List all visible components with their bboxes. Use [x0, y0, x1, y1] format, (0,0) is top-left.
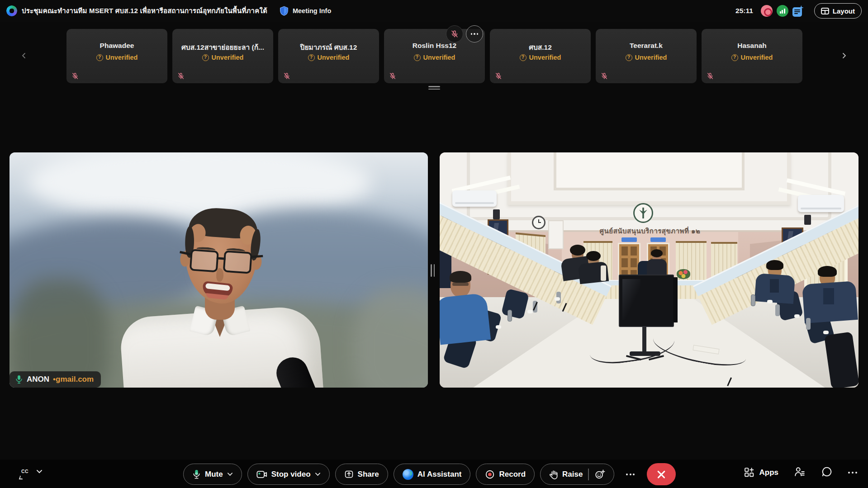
- unverified-question-icon: ?: [520, 54, 526, 61]
- panel-controls: Apps: [744, 466, 858, 479]
- control-bar: CC Mute: [0, 460, 868, 488]
- muted-mic-icon: [389, 72, 396, 80]
- share-label: Share: [358, 470, 379, 479]
- main-video-speaker[interactable]: ANON •gmail.com: [9, 152, 428, 388]
- more-options-button[interactable]: [620, 464, 641, 485]
- muted-mic-icon: [451, 30, 459, 38]
- speaker-avatar: [9, 152, 428, 388]
- speaker-name: ANON: [27, 375, 49, 384]
- ai-assistant-label: AI Assistant: [417, 470, 462, 479]
- chat-bubble-icon: [821, 466, 833, 478]
- top-bar-left: ประชุมคณะทำงานทีม MSERT ศบส.12 เพื่อหารื…: [6, 0, 331, 22]
- chat-panel-button[interactable]: [821, 466, 833, 479]
- chevron-down-icon: [315, 472, 321, 476]
- muted-mic-icon: [707, 72, 714, 80]
- participant-status: ? Unverified: [490, 54, 591, 61]
- record-button[interactable]: Record: [476, 464, 535, 485]
- raise-hand-button[interactable]: Raise: [540, 464, 614, 485]
- flower-arrangement: [677, 269, 690, 279]
- ai-assistant-button[interactable]: AI Assistant: [394, 464, 471, 485]
- participant-status: ? Unverified: [702, 54, 802, 61]
- chevron-left-icon: [21, 52, 27, 59]
- tile-muted-mic-button[interactable]: [446, 25, 463, 43]
- chevron-down-icon: [36, 469, 43, 474]
- participants-panel-button[interactable]: [794, 466, 806, 479]
- reactions-icon[interactable]: [594, 469, 605, 480]
- pill-divider: [588, 469, 589, 480]
- unverified-label: Unverified: [741, 54, 773, 61]
- apps-label: Apps: [759, 468, 779, 477]
- video-split-handle[interactable]: [431, 264, 435, 277]
- unverified-label: Unverified: [635, 54, 667, 61]
- layout-button[interactable]: Layout: [814, 3, 862, 19]
- muted-mic-icon: [601, 72, 608, 80]
- more-panels-button[interactable]: [848, 472, 857, 474]
- layout-button-label: Layout: [833, 7, 855, 15]
- participant-tile[interactable]: ปิยมาภรณ์ ศบส.12 ? Unverified: [278, 29, 379, 83]
- participant-tile-hovered[interactable]: Roslin Hss12 ? Unverified: [384, 29, 485, 83]
- top-bar-right: 25:11 Layout: [735, 0, 862, 22]
- participant-name: Teerarat.k: [599, 42, 693, 50]
- raise-hand-icon: [549, 469, 558, 479]
- unverified-question-icon: ?: [731, 54, 738, 61]
- meeting-title: ประชุมคณะทำงานทีม MSERT ศบส.12 เพื่อหารื…: [22, 5, 267, 16]
- apps-grid-icon: [744, 467, 755, 478]
- participant-name: Hasanah: [705, 42, 799, 50]
- unverified-label: Unverified: [212, 54, 244, 61]
- active-mic-icon: [15, 375, 23, 384]
- main-video-room[interactable]: ศูนย์สนับสนุนบริการสุขภาพที่ ๑๒: [440, 152, 859, 388]
- room-scene: ศูนย์สนับสนุนบริการสุขภาพที่ ๑๒: [440, 152, 859, 388]
- participant-tile[interactable]: Hasanah ? Unverified: [702, 29, 802, 83]
- participant-status: ? Unverified: [278, 54, 379, 61]
- webex-meeting-window: ประชุมคณะทำงานทีม MSERT ศบส.12 เพื่อหารื…: [0, 0, 868, 488]
- stop-video-label: Stop video: [271, 470, 311, 479]
- captions-group: CC: [18, 466, 43, 477]
- unverified-label: Unverified: [423, 54, 455, 61]
- recording-indicator-icon[interactable]: [761, 5, 773, 17]
- unverified-label: Unverified: [529, 54, 561, 61]
- webex-logo-icon: [6, 5, 17, 16]
- top-bar: ประชุมคณะทำงานทีม MSERT ศบส.12 เพื่อหารื…: [0, 0, 868, 22]
- meeting-info-button[interactable]: Meeting Info: [279, 5, 331, 16]
- unverified-question-icon: ?: [626, 54, 632, 61]
- apps-button[interactable]: Apps: [744, 467, 779, 478]
- tile-more-options-button[interactable]: [466, 25, 483, 43]
- share-icon: [344, 469, 354, 479]
- speaker-domain: •gmail.com: [53, 375, 94, 384]
- mute-label: Mute: [205, 470, 223, 479]
- share-button[interactable]: Share: [335, 464, 388, 485]
- active-speaker-label: ANON •gmail.com: [9, 371, 101, 388]
- filmstrip-prev-button[interactable]: [15, 47, 33, 65]
- shield-icon: [279, 5, 289, 16]
- tile-hover-controls: [446, 25, 483, 43]
- cc-label: CC: [21, 469, 28, 474]
- muted-mic-icon: [177, 72, 185, 80]
- unverified-label: Unverified: [106, 54, 138, 61]
- room-person: [578, 254, 614, 283]
- mute-button[interactable]: Mute: [183, 464, 242, 485]
- participant-tile[interactable]: ศบส.12 ? Unverified: [490, 29, 591, 83]
- connection-quality-icon[interactable]: [777, 5, 788, 17]
- participants-icon: [794, 466, 806, 478]
- meeting-info-label: Meeting Info: [293, 7, 331, 14]
- muted-mic-icon: [495, 72, 502, 80]
- filmstrip-next-button[interactable]: [835, 47, 853, 65]
- unverified-question-icon: ?: [308, 54, 315, 61]
- mic-icon: [192, 469, 201, 480]
- participant-tile[interactable]: Phawadee ? Unverified: [66, 29, 167, 83]
- stop-video-button[interactable]: Stop video: [247, 464, 330, 485]
- unverified-question-icon: ?: [414, 54, 421, 61]
- participant-name: ปิยมาภรณ์ ศบส.12: [282, 42, 375, 53]
- participant-tile[interactable]: Teerarat.k ? Unverified: [596, 29, 697, 83]
- participant-tile[interactable]: ศบส.12สาขาย่อยยะลา (ก้... ? Unverified: [172, 29, 273, 83]
- filmstrip-resize-handle[interactable]: [428, 86, 440, 91]
- unverified-label: Unverified: [318, 54, 350, 61]
- ai-notes-icon[interactable]: [792, 5, 804, 17]
- leave-meeting-button[interactable]: [647, 463, 676, 485]
- participant-name: Roslin Hss12: [388, 42, 481, 50]
- chevron-right-icon: [841, 52, 847, 59]
- call-controls: Mute Stop video Share: [183, 463, 676, 485]
- closed-captions-button[interactable]: CC: [18, 466, 32, 477]
- room-person: [442, 274, 497, 341]
- captions-options-button[interactable]: [36, 468, 43, 475]
